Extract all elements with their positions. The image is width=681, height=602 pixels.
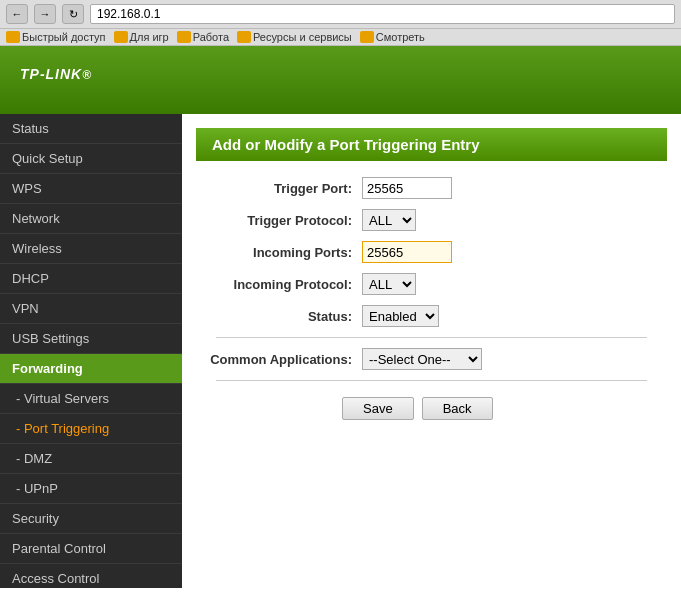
forward-button[interactable]: →	[34, 4, 56, 24]
content-area: Add or Modify a Port Triggering Entry Tr…	[182, 114, 681, 588]
bookmarks-bar: Быстрый доступ Для игр Работа Ресурсы и …	[0, 29, 681, 46]
form-divider-2	[216, 380, 647, 381]
sidebar-item-virtual-servers[interactable]: - Virtual Servers	[0, 384, 182, 414]
sidebar-item-dmz[interactable]: - DMZ	[0, 444, 182, 474]
sidebar-item-wireless[interactable]: Wireless	[0, 234, 182, 264]
common-apps-select[interactable]: --Select One--	[362, 348, 482, 370]
trigger-port-input[interactable]	[362, 177, 452, 199]
bookmark-1[interactable]: Быстрый доступ	[6, 31, 106, 43]
bookmark-icon-1	[6, 31, 20, 43]
tplink-logo: TP-LINK®	[20, 63, 92, 97]
bookmark-icon-5	[360, 31, 374, 43]
incoming-ports-label: Incoming Ports:	[202, 245, 362, 260]
sidebar-item-dhcp[interactable]: DHCP	[0, 264, 182, 294]
back-button[interactable]: ←	[6, 4, 28, 24]
sidebar-item-upnp[interactable]: - UPnP	[0, 474, 182, 504]
incoming-ports-row: Incoming Ports:	[202, 241, 661, 263]
tplink-header: TP-LINK®	[0, 46, 681, 114]
bookmark-icon-4	[237, 31, 251, 43]
trigger-protocol-select[interactable]: ALL TCP UDP	[362, 209, 416, 231]
save-button[interactable]: Save	[342, 397, 414, 420]
incoming-protocol-select[interactable]: ALL TCP UDP	[362, 273, 416, 295]
sidebar-item-wps[interactable]: WPS	[0, 174, 182, 204]
trigger-port-row: Trigger Port:	[202, 177, 661, 199]
address-bar[interactable]	[90, 4, 675, 24]
incoming-ports-input[interactable]	[362, 241, 452, 263]
common-apps-row: Common Applications: --Select One--	[202, 348, 661, 370]
incoming-protocol-label: Incoming Protocol:	[202, 277, 362, 292]
sidebar: Status Quick Setup WPS Network Wireless …	[0, 114, 182, 588]
trigger-protocol-row: Trigger Protocol: ALL TCP UDP	[202, 209, 661, 231]
sidebar-item-usb-settings[interactable]: USB Settings	[0, 324, 182, 354]
bookmark-icon-2	[114, 31, 128, 43]
bookmark-4[interactable]: Ресурсы и сервисы	[237, 31, 352, 43]
bookmark-3[interactable]: Работа	[177, 31, 229, 43]
bookmark-icon-3	[177, 31, 191, 43]
sidebar-item-status[interactable]: Status	[0, 114, 182, 144]
trigger-protocol-label: Trigger Protocol:	[202, 213, 362, 228]
bookmark-2[interactable]: Для игр	[114, 31, 169, 43]
sidebar-item-network[interactable]: Network	[0, 204, 182, 234]
refresh-button[interactable]: ↻	[62, 4, 84, 24]
browser-toolbar: ← → ↻	[0, 0, 681, 29]
status-select[interactable]: Enabled Disabled	[362, 305, 439, 327]
form-area: Trigger Port: Trigger Protocol: ALL TCP …	[182, 161, 681, 446]
main-layout: Status Quick Setup WPS Network Wireless …	[0, 114, 681, 588]
sidebar-item-quick-setup[interactable]: Quick Setup	[0, 144, 182, 174]
button-row: Save Back	[202, 391, 661, 430]
sidebar-item-security[interactable]: Security	[0, 504, 182, 534]
form-divider	[216, 337, 647, 338]
trigger-port-label: Trigger Port:	[202, 181, 362, 196]
status-row: Status: Enabled Disabled	[202, 305, 661, 327]
common-apps-label: Common Applications:	[202, 352, 362, 367]
sidebar-item-access-control[interactable]: Access Control	[0, 564, 182, 588]
status-label: Status:	[202, 309, 362, 324]
sidebar-item-parental-control[interactable]: Parental Control	[0, 534, 182, 564]
sidebar-item-vpn[interactable]: VPN	[0, 294, 182, 324]
back-button-form[interactable]: Back	[422, 397, 493, 420]
incoming-protocol-row: Incoming Protocol: ALL TCP UDP	[202, 273, 661, 295]
sidebar-item-forwarding[interactable]: Forwarding	[0, 354, 182, 384]
logo-mark: ®	[82, 68, 92, 82]
bookmark-5[interactable]: Смотреть	[360, 31, 425, 43]
sidebar-item-port-triggering[interactable]: - Port Triggering	[0, 414, 182, 444]
page-title: Add or Modify a Port Triggering Entry	[196, 128, 667, 161]
